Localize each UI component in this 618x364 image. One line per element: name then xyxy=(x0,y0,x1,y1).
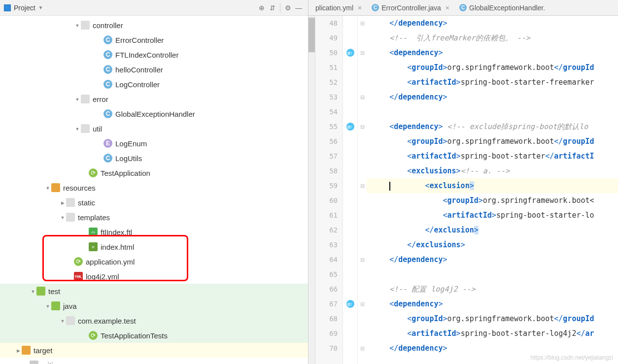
tab-errorcontroller[interactable]: CErrorController.java× xyxy=(367,0,454,15)
class-testapplicationtests[interactable]: ⟳TestApplicationTests xyxy=(0,328,308,343)
folder-test[interactable]: test xyxy=(0,284,308,298)
editor[interactable]: 4849505152535455565758596061626364656667… xyxy=(309,16,618,364)
tab-label: ErrorController.java xyxy=(381,4,441,12)
class-hellocontroller[interactable]: ChelloController xyxy=(0,62,308,77)
scrollbar[interactable] xyxy=(309,16,315,364)
close-icon[interactable]: × xyxy=(358,4,362,12)
folder-static[interactable]: static xyxy=(0,195,308,210)
tab-applicationyml[interactable]: plication.yml× xyxy=(310,0,367,15)
minimize-button[interactable]: — xyxy=(293,2,304,13)
dropdown-icon[interactable]: ▼ xyxy=(38,5,43,10)
folder-resources[interactable]: resources xyxy=(0,180,308,195)
tab-globalexception[interactable]: CGlobalExceptionHandler. xyxy=(454,0,550,15)
caret xyxy=(389,182,390,191)
override-icon[interactable]: o↑ xyxy=(346,300,354,308)
tab-label: plication.yml xyxy=(315,4,353,12)
class-icon: C xyxy=(372,4,379,11)
class-errorcontroller[interactable]: CErrorController xyxy=(0,33,308,47)
file-gitignore[interactable]: .gitignore xyxy=(0,358,308,364)
folder-controller[interactable]: controller xyxy=(0,18,308,33)
class-globalexceptionhandler[interactable]: CGlobalExceptionHandler xyxy=(0,106,308,121)
editor-panel: plication.yml× CErrorController.java× CG… xyxy=(309,0,618,364)
project-header: Project ▼ ⊕ ⇵ ⚙ — xyxy=(0,0,308,16)
project-icon xyxy=(4,4,11,11)
file-applicationyml[interactable]: ⟳application.yml xyxy=(0,254,308,269)
class-logutils[interactable]: CLogUtils xyxy=(0,151,308,165)
settings-button[interactable]: ⚙ xyxy=(282,2,293,13)
folder-target[interactable]: target xyxy=(0,343,308,358)
project-tree[interactable]: controller CErrorController CFTLIndexCon… xyxy=(0,16,308,364)
override-icon[interactable]: o↑ xyxy=(346,123,354,131)
class-testapplication[interactable]: ⟳TestApplication xyxy=(0,165,308,180)
gutter-marks: o↑o↑o↑ xyxy=(343,16,358,364)
enum-logenum[interactable]: ELogEnum xyxy=(0,136,308,151)
class-icon: C xyxy=(459,4,467,11)
override-icon[interactable]: o↑ xyxy=(346,49,354,57)
scrollbar-thumb[interactable] xyxy=(309,18,315,52)
file-log4j2yml[interactable]: YMLlog4j2.yml xyxy=(0,269,308,284)
tab-label: GlobalExceptionHandler. xyxy=(469,4,545,12)
close-icon[interactable]: × xyxy=(446,4,449,12)
separator xyxy=(280,3,280,12)
file-indexhtml[interactable]: Hindex.html xyxy=(0,239,308,254)
editor-tabs: plication.yml× CErrorController.java× CG… xyxy=(309,0,618,16)
folder-comexample[interactable]: com.example.test xyxy=(0,313,308,328)
folder-util[interactable]: util xyxy=(0,121,308,136)
folder-error[interactable]: error xyxy=(0,92,308,106)
class-logcontroller[interactable]: CLogController xyxy=(0,77,308,92)
watermark: https://blog.csdn.net/yejiatangzi xyxy=(531,354,613,361)
fold-column[interactable]: ⊟⊟⊟⊟⊟⊟⊟⊟ xyxy=(358,16,367,364)
project-title[interactable]: Project xyxy=(14,4,35,12)
project-panel: Project ▼ ⊕ ⇵ ⚙ — controller CErrorContr… xyxy=(0,0,309,364)
line-gutter: 4849505152535455565758596061626364656667… xyxy=(315,16,343,364)
code-area[interactable]: </dependency> <!-- 引入freeMarker的依赖包。 -->… xyxy=(367,16,618,364)
folder-java[interactable]: java xyxy=(0,298,308,313)
locate-button[interactable]: ⊕ xyxy=(256,2,267,13)
file-ftlindex[interactable]: <>ftlIndex.ftl xyxy=(0,225,308,239)
folder-templates[interactable]: templates xyxy=(0,210,308,225)
collapse-button[interactable]: ⇵ xyxy=(267,2,278,13)
class-ftlindexcontroller[interactable]: CFTLIndexController xyxy=(0,47,308,62)
